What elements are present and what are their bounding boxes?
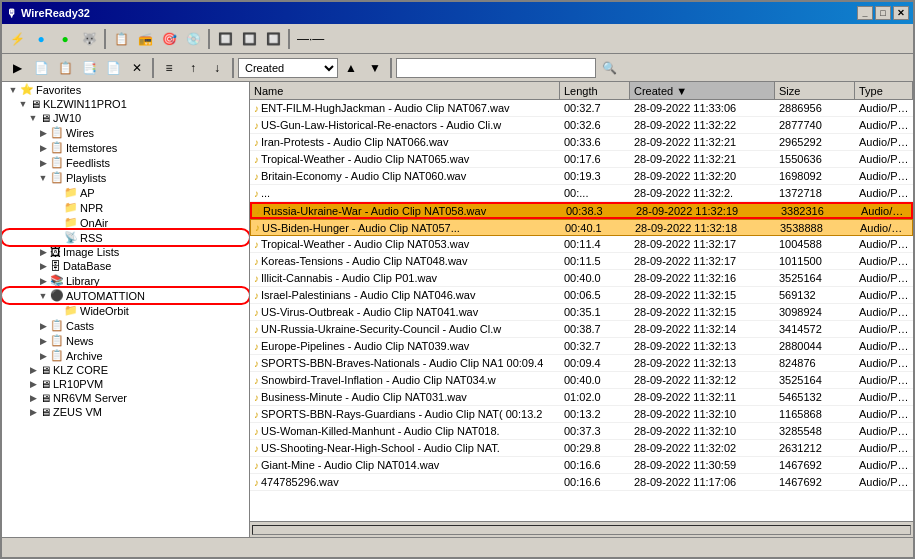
toolbar-new[interactable]: 📄 [30,57,52,79]
sidebar-item-npr[interactable]: 📁 NPR [2,200,249,215]
table-row[interactable]: ♪ UN-Russia-Ukraine-Security-Council - A… [250,321,913,338]
sort-asc-btn[interactable]: ▲ [340,57,362,79]
expand-playlists[interactable]: ▼ [36,173,50,183]
sidebar-item-nr6vmserver[interactable]: ▶ 🖥 NR6VM Server [2,391,249,405]
table-row[interactable]: ♪ Britain-Economy - Audio Clip NAT060.wa… [250,168,913,185]
maximize-button[interactable]: □ [875,6,891,20]
table-row[interactable]: ♪ US-Virus-Outbreak - Audio Clip NAT041.… [250,304,913,321]
sidebar-item-ap[interactable]: 📁 AP [2,185,249,200]
table-row[interactable]: ♪ SPORTS-BBN-Rays-Guardians - Audio Clip… [250,406,913,423]
table-row[interactable]: ♪ Giant-Mine - Audio Clip NAT014.wav 00:… [250,457,913,474]
toolbar-paste[interactable]: 📑 [78,57,100,79]
table-row[interactable]: ♪ Europe-Pipelines - Audio Clip NAT039.w… [250,338,913,355]
toolbar-sort-up[interactable]: ↑ [182,57,204,79]
toolbar-sort-down[interactable]: ↓ [206,57,228,79]
col-header-size[interactable]: Size [775,82,855,99]
table-row[interactable]: ♪ Snowbird-Travel-Inflation - Audio Clip… [250,372,913,389]
sidebar-item-automattion[interactable]: ▼ ⚫ AUTOMATTION [2,288,249,303]
sidebar-item-news[interactable]: ▶ 📋 News [2,333,249,348]
table-row[interactable]: ♪ ENT-FILM-HughJackman - Audio Clip NAT0… [250,100,913,117]
expand-feedlists[interactable]: ▶ [36,158,50,168]
expand-archive[interactable]: ▶ [36,351,50,361]
table-row[interactable]: ♪ Business-Minute - Audio Clip NAT031.wa… [250,389,913,406]
toolbar-btn-green[interactable]: ● [54,28,76,50]
sidebar-item-feedlists[interactable]: ▶ 📋 Feedlists [2,155,249,170]
sidebar-item-casts[interactable]: ▶ 📋 Casts [2,318,249,333]
toolbar-btn-radio[interactable]: 📻 [134,28,156,50]
expand-database[interactable]: ▶ [36,261,50,271]
toolbar-refresh[interactable]: ▶ [6,57,28,79]
sidebar-item-lr10pvm[interactable]: ▶ 🖥 LR10PVM [2,377,249,391]
sidebar-item-imagelists[interactable]: ▶ 🖼 Image Lists [2,245,249,259]
table-row[interactable]: ♪ US-Woman-Killed-Manhunt - Audio Clip N… [250,423,913,440]
col-header-type[interactable]: Type [855,82,913,99]
expand-library[interactable]: ▶ [36,276,50,286]
table-row[interactable]: ♪ Illicit-Cannabis - Audio Clip P01.wav … [250,270,913,287]
sort-desc-btn[interactable]: ▼ [364,57,386,79]
toolbar-btn-sq1[interactable]: 🔲 [214,28,236,50]
table-row[interactable]: ♪ Tropical-Weather - Audio Clip NAT065.w… [250,151,913,168]
table-row[interactable]: ♪ US-Shooting-Near-High-School - Audio C… [250,440,913,457]
sidebar-item-library[interactable]: ▶ 📚 Library [2,273,249,288]
expand-itemstores[interactable]: ▶ [36,143,50,153]
expand-jw10[interactable]: ▼ [26,113,40,123]
sidebar-item-playlists[interactable]: ▼ 📋 Playlists [2,170,249,185]
expand-casts[interactable]: ▶ [36,321,50,331]
sidebar-item-database[interactable]: ▶ 🗄 DataBase [2,259,249,273]
sidebar-item-rss[interactable]: 📡 RSS [2,230,249,245]
table-row[interactable]: ♪ Israel-Palestinians - Audio Clip NAT04… [250,287,913,304]
toolbar-copy[interactable]: 📋 [54,57,76,79]
search-btn[interactable]: 🔍 [598,57,620,79]
table-row[interactable]: ♪ Russia-Ukraine-War - Audio Clip NAT058… [250,202,913,219]
sidebar-item-klzwin11pro1[interactable]: ▼ 🖥 KLZWIN11PRO1 [2,97,249,111]
sidebar-item-wires[interactable]: ▶ 📋 Wires [2,125,249,140]
toolbar-btn-wolf[interactable]: 🐺 [78,28,100,50]
table-row[interactable]: ♪ US-Biden-Hunger - Audio Clip NAT057...… [250,219,913,236]
expand-zeusvm[interactable]: ▶ [26,407,40,417]
expand-klzwin11pro1[interactable]: ▼ [16,99,30,109]
horizontal-scrollbar[interactable] [250,521,913,537]
table-row[interactable]: ♪ Iran-Protests - Audio Clip NAT066.wav … [250,134,913,151]
search-input[interactable] [396,58,596,78]
toolbar-btn-dash[interactable]: —·— [294,28,327,50]
expand-automattion[interactable]: ▼ [36,291,50,301]
expand-lr10pvm[interactable]: ▶ [26,379,40,389]
sidebar-item-zeusvm[interactable]: ▶ 🖥 ZEUS VM [2,405,249,419]
toolbar-doc[interactable]: 📄 [102,57,124,79]
expand-news[interactable]: ▶ [36,336,50,346]
expand-nr6vmserver[interactable]: ▶ [26,393,40,403]
sort-field-dropdown[interactable]: Created Name Length Size Type [238,58,338,78]
toolbar-btn-sq3[interactable]: 🔲 [262,28,284,50]
sidebar-item-favorites[interactable]: ▼ ⭐ Favorites [2,82,249,97]
col-header-name[interactable]: Name [250,82,560,99]
minimize-button[interactable]: _ [857,6,873,20]
sidebar-item-klzcore[interactable]: ▶ 🖥 KLZ CORE [2,363,249,377]
sidebar-item-itemstores[interactable]: ▶ 📋 Itemstores [2,140,249,155]
toolbar-delete[interactable]: ✕ [126,57,148,79]
file-length: 00:40.0 [560,374,630,386]
expand-favorites[interactable]: ▼ [6,85,20,95]
sidebar-item-jw10[interactable]: ▼ 🖥 JW10 [2,111,249,125]
sidebar-item-archive[interactable]: ▶ 📋 Archive [2,348,249,363]
expand-klzcore[interactable]: ▶ [26,365,40,375]
toolbar-btn-sq2[interactable]: 🔲 [238,28,260,50]
toolbar-btn-clip[interactable]: 📋 [110,28,132,50]
toolbar-btn-disc[interactable]: 💿 [182,28,204,50]
toolbar-align[interactable]: ≡ [158,57,180,79]
expand-wires[interactable]: ▶ [36,128,50,138]
expand-imagelists[interactable]: ▶ [36,247,50,257]
col-header-created[interactable]: Created ▼ [630,82,775,99]
table-row[interactable]: ♪ Koreas-Tensions - Audio Clip NAT048.wa… [250,253,913,270]
sidebar-item-onair[interactable]: 📁 OnAir [2,215,249,230]
table-row[interactable]: ♪ SPORTS-BBN-Braves-Nationals - Audio Cl… [250,355,913,372]
col-header-length[interactable]: Length [560,82,630,99]
table-row[interactable]: ♪ US-Gun-Law-Historical-Re-enactors - Au… [250,117,913,134]
table-row[interactable]: ♪ Tropical-Weather - Audio Clip NAT053.w… [250,236,913,253]
toolbar-btn-lightning[interactable]: ⚡ [6,28,28,50]
close-button[interactable]: ✕ [893,6,909,20]
table-row[interactable]: ♪ ... 00:... 28-09-2022 11:32:2. 1372718… [250,185,913,202]
sidebar-item-wideorbit[interactable]: 📁 WideOrbit [2,303,249,318]
table-row[interactable]: ♪ 474785296.wav 00:16.6 28-09-2022 11:17… [250,474,913,491]
toolbar-btn-target[interactable]: 🎯 [158,28,180,50]
toolbar-btn-circle[interactable]: ● [30,28,52,50]
